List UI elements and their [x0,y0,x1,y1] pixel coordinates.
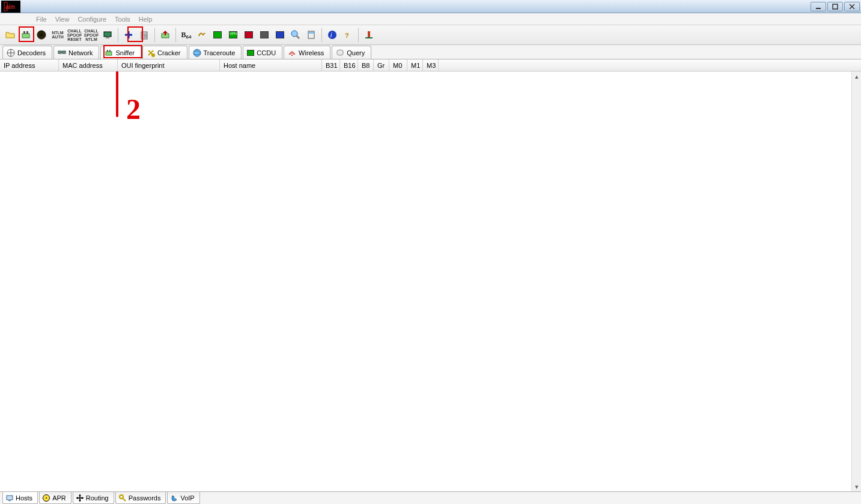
svg-marker-46 [79,494,81,496]
globe-wrench-icon[interactable] [288,28,303,42]
svg-text:?: ? [345,32,349,39]
monitor-button[interactable] [100,28,115,42]
col-m0[interactable]: M0 [389,59,407,71]
tab-label: Sniffer [115,49,135,56]
blue-block-icon[interactable] [273,28,287,42]
chall-spoof-ntlm-button[interactable]: CHALLSPOOFNTLM [84,28,99,42]
tab-ccdu[interactable]: CCDU [243,46,282,59]
col-mac-address[interactable]: MAC address [59,59,118,71]
svg-rect-13 [106,37,109,38]
scroll-up-icon[interactable]: ▴ [852,71,861,81]
col-b16[interactable]: B16 [340,59,358,71]
tab-wireless[interactable]: Wireless [284,46,330,59]
red-block-icon[interactable] [242,28,256,42]
close-button[interactable] [844,2,860,11]
menu-file[interactable]: File [36,16,47,23]
tab-sniffer[interactable]: Sniffer [100,46,141,59]
tab-hosts[interactable]: Hosts [2,492,38,504]
svg-rect-23 [309,32,314,34]
maximize-button[interactable] [827,2,843,11]
svg-rect-4 [833,4,838,9]
about-icon[interactable]: i [325,28,339,42]
tab-query[interactable]: Query [332,46,371,59]
svg-line-51 [123,498,126,501]
toolbar-separator [118,28,118,42]
svg-rect-28 [365,37,373,38]
col-m1[interactable]: M1 [407,59,423,71]
start-sniffer-button[interactable] [19,28,33,42]
col-b8[interactable]: B8 [358,59,374,71]
col-oui-fingerprint[interactable]: OUI fingerprint [118,59,220,71]
calculator-icon[interactable] [304,28,318,42]
col-gr[interactable]: Gr [374,59,389,71]
svg-rect-8 [23,31,25,34]
svg-rect-34 [107,50,108,52]
tab-label: Wireless [299,49,324,56]
toolbar-separator [154,28,155,42]
svg-point-38 [291,55,293,56]
export-button[interactable] [158,28,172,42]
tab-routing[interactable]: Routing [73,492,114,504]
annotation-arrow-2 [111,71,153,122]
radioactive-button[interactable] [34,28,49,42]
tab-label: VoIP [180,494,194,502]
svg-marker-47 [79,500,81,502]
green-block-1-icon[interactable] [210,28,225,42]
exit-icon[interactable] [362,28,376,42]
tabs-top: Decoders Network Sniffer Cracker Tracero… [0,45,861,59]
svg-rect-7 [22,34,29,38]
col-m3[interactable]: M3 [423,59,439,71]
svg-point-36 [151,53,155,57]
tab-label: Traceroute [204,49,236,56]
add-button[interactable] [121,28,136,42]
toolbar-separator [321,28,322,42]
menu-tools[interactable]: Tools [115,16,130,23]
tab-label: Cracker [157,49,181,56]
scroll-down-icon[interactable]: ▾ [852,482,861,491]
tab-traceroute[interactable]: Traceroute [189,46,242,59]
svg-point-37 [193,49,201,56]
tab-label: Passwords [129,494,161,502]
menu-configure[interactable]: Configure [78,16,106,23]
grey-block-icon[interactable] [257,28,272,42]
menu-help[interactable]: Help [139,16,153,23]
tab-passwords[interactable]: Passwords [115,492,166,504]
list-content[interactable]: 2 1 ▴ ▾ [0,71,861,491]
tab-decoders[interactable]: Decoders [2,46,52,59]
tab-label: APR [52,494,66,502]
green-block-2-icon[interactable]: VPN [226,28,240,42]
chall-spoof-reset-button[interactable]: CHALLSPOOFRESET [67,28,82,42]
tab-apr[interactable]: APR [39,492,71,504]
minimize-button[interactable] [811,2,826,11]
annotation-label-2: 2 [126,93,141,126]
col-ip-address[interactable]: IP address [0,59,59,71]
tab-network[interactable]: Network [53,46,99,59]
svg-point-43 [46,497,47,499]
help-icon[interactable]: ? [341,28,355,42]
tab-label: Routing [86,494,109,502]
svg-rect-9 [26,31,28,34]
tab-label: Network [68,49,93,56]
ntlm-auth-button[interactable]: NTLMAUTH [50,28,65,42]
svg-rect-30 [58,51,61,53]
col-b31[interactable]: B31 [322,59,340,71]
tab-label: Query [347,49,365,56]
col-host-name[interactable]: Host name [220,59,322,71]
tab-label: Hosts [16,494,32,502]
base64-button[interactable]: B64 [179,28,193,42]
hash-button[interactable] [195,28,209,42]
vertical-scrollbar[interactable]: ▴ ▾ [851,71,861,491]
menu-view[interactable]: View [55,16,70,23]
svg-rect-41 [8,500,11,501]
open-button[interactable] [3,28,17,42]
app-icon: ain [1,1,20,13]
svg-rect-35 [109,50,111,52]
column-headers: IP address MAC address OUI fingerprint H… [0,59,861,71]
toolbar-separator [175,28,176,42]
titlebar: ain [0,0,861,13]
toolbar-separator [358,28,359,42]
remove-button[interactable] [137,28,151,42]
tab-cracker[interactable]: Cracker [142,46,187,59]
tab-voip[interactable]: VoIP [167,492,199,504]
svg-rect-33 [106,52,112,55]
